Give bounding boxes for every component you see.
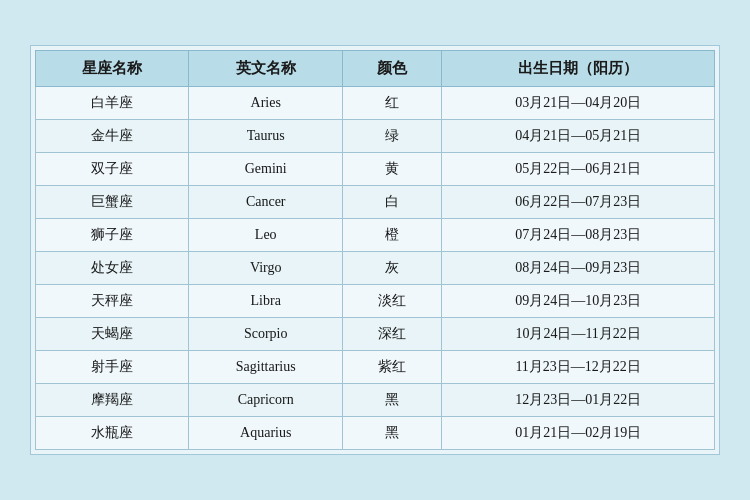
cell-english-name: Aquarius bbox=[189, 417, 342, 450]
header-english-name: 英文名称 bbox=[189, 51, 342, 87]
cell-chinese-name: 金牛座 bbox=[36, 120, 189, 153]
cell-chinese-name: 天蝎座 bbox=[36, 318, 189, 351]
table-row: 射手座Sagittarius紫红11月23日—12月22日 bbox=[36, 351, 715, 384]
cell-dates: 09月24日—10月23日 bbox=[442, 285, 715, 318]
cell-english-name: Virgo bbox=[189, 252, 342, 285]
cell-english-name: Scorpio bbox=[189, 318, 342, 351]
header-color: 颜色 bbox=[342, 51, 441, 87]
cell-chinese-name: 狮子座 bbox=[36, 219, 189, 252]
cell-chinese-name: 白羊座 bbox=[36, 87, 189, 120]
cell-chinese-name: 处女座 bbox=[36, 252, 189, 285]
cell-dates: 03月21日—04月20日 bbox=[442, 87, 715, 120]
header-chinese-name: 星座名称 bbox=[36, 51, 189, 87]
cell-dates: 05月22日—06月21日 bbox=[442, 153, 715, 186]
cell-english-name: Taurus bbox=[189, 120, 342, 153]
cell-color: 红 bbox=[342, 87, 441, 120]
cell-dates: 04月21日—05月21日 bbox=[442, 120, 715, 153]
cell-color: 灰 bbox=[342, 252, 441, 285]
header-birth-date: 出生日期（阳历） bbox=[442, 51, 715, 87]
cell-dates: 08月24日—09月23日 bbox=[442, 252, 715, 285]
cell-color: 白 bbox=[342, 186, 441, 219]
cell-color: 黑 bbox=[342, 417, 441, 450]
cell-chinese-name: 双子座 bbox=[36, 153, 189, 186]
table-row: 天秤座Libra淡红09月24日—10月23日 bbox=[36, 285, 715, 318]
zodiac-table: 星座名称 英文名称 颜色 出生日期（阳历） 白羊座Aries红03月21日—04… bbox=[35, 50, 715, 450]
cell-dates: 12月23日—01月22日 bbox=[442, 384, 715, 417]
table-row: 狮子座Leo橙07月24日—08月23日 bbox=[36, 219, 715, 252]
cell-dates: 07月24日—08月23日 bbox=[442, 219, 715, 252]
table-header-row: 星座名称 英文名称 颜色 出生日期（阳历） bbox=[36, 51, 715, 87]
cell-color: 黄 bbox=[342, 153, 441, 186]
cell-color: 绿 bbox=[342, 120, 441, 153]
table-row: 金牛座Taurus绿04月21日—05月21日 bbox=[36, 120, 715, 153]
cell-color: 淡红 bbox=[342, 285, 441, 318]
cell-chinese-name: 射手座 bbox=[36, 351, 189, 384]
zodiac-table-container: 星座名称 英文名称 颜色 出生日期（阳历） 白羊座Aries红03月21日—04… bbox=[30, 45, 720, 455]
cell-english-name: Libra bbox=[189, 285, 342, 318]
table-row: 巨蟹座Cancer白06月22日—07月23日 bbox=[36, 186, 715, 219]
cell-chinese-name: 水瓶座 bbox=[36, 417, 189, 450]
table-row: 双子座Gemini黄05月22日—06月21日 bbox=[36, 153, 715, 186]
cell-chinese-name: 天秤座 bbox=[36, 285, 189, 318]
cell-color: 紫红 bbox=[342, 351, 441, 384]
cell-english-name: Gemini bbox=[189, 153, 342, 186]
cell-chinese-name: 巨蟹座 bbox=[36, 186, 189, 219]
cell-english-name: Aries bbox=[189, 87, 342, 120]
cell-dates: 11月23日—12月22日 bbox=[442, 351, 715, 384]
cell-english-name: Leo bbox=[189, 219, 342, 252]
table-row: 处女座Virgo灰08月24日—09月23日 bbox=[36, 252, 715, 285]
cell-color: 橙 bbox=[342, 219, 441, 252]
cell-color: 深红 bbox=[342, 318, 441, 351]
table-body: 白羊座Aries红03月21日—04月20日金牛座Taurus绿04月21日—0… bbox=[36, 87, 715, 450]
table-row: 白羊座Aries红03月21日—04月20日 bbox=[36, 87, 715, 120]
cell-dates: 06月22日—07月23日 bbox=[442, 186, 715, 219]
cell-color: 黑 bbox=[342, 384, 441, 417]
table-row: 摩羯座Capricorn黑12月23日—01月22日 bbox=[36, 384, 715, 417]
table-row: 水瓶座Aquarius黑01月21日—02月19日 bbox=[36, 417, 715, 450]
cell-chinese-name: 摩羯座 bbox=[36, 384, 189, 417]
cell-dates: 10月24日—11月22日 bbox=[442, 318, 715, 351]
table-row: 天蝎座Scorpio深红10月24日—11月22日 bbox=[36, 318, 715, 351]
cell-english-name: Capricorn bbox=[189, 384, 342, 417]
cell-english-name: Sagittarius bbox=[189, 351, 342, 384]
cell-english-name: Cancer bbox=[189, 186, 342, 219]
cell-dates: 01月21日—02月19日 bbox=[442, 417, 715, 450]
